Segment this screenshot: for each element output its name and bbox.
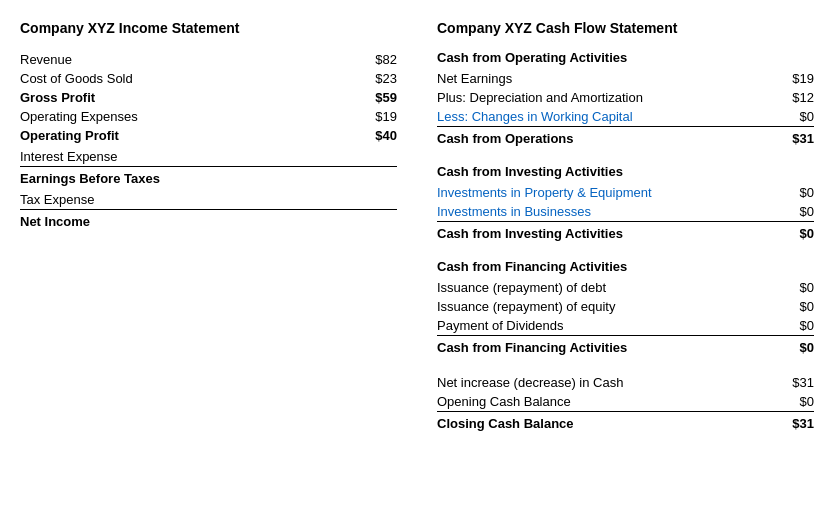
income-title: Company XYZ Income Statement — [20, 20, 397, 36]
summary-section: Net increase (decrease) in Cash $31 Open… — [437, 373, 814, 433]
financing-section: Cash from Financing Activities Issuance … — [437, 259, 814, 357]
row-label: Plus: Depreciation and Amortization — [437, 90, 643, 105]
table-row: Investments in Businesses $0 — [437, 202, 814, 222]
table-row: Gross Profit $59 — [20, 88, 397, 107]
table-row: Net Earnings $19 — [437, 69, 814, 88]
table-row: Tax Expense — [20, 190, 397, 210]
total-label: Closing Cash Balance — [437, 416, 574, 431]
table-row: Issuance (repayment) of equity $0 — [437, 297, 814, 316]
table-row: Operating Expenses $19 — [20, 107, 397, 126]
row-value: $12 — [774, 90, 814, 105]
row-value: $0 — [774, 109, 814, 124]
financing-title: Cash from Financing Activities — [437, 259, 814, 274]
cashflow-panel: Company XYZ Cash Flow Statement Cash fro… — [437, 20, 814, 433]
row-label: Net increase (decrease) in Cash — [437, 375, 623, 390]
table-row: Investments in Property & Equipment $0 — [437, 183, 814, 202]
row-label: Net Income — [20, 214, 90, 229]
table-row: Plus: Depreciation and Amortization $12 — [437, 88, 814, 107]
table-row: Opening Cash Balance $0 — [437, 392, 814, 412]
total-value: $0 — [774, 340, 814, 355]
table-row: Revenue $82 — [20, 50, 397, 69]
row-label: Payment of Dividends — [437, 318, 563, 333]
row-label: Cost of Goods Sold — [20, 71, 133, 86]
row-label: Tax Expense — [20, 192, 94, 207]
total-value: $31 — [774, 416, 814, 431]
row-value: $0 — [774, 204, 814, 219]
row-value: $31 — [774, 375, 814, 390]
main-container: Company XYZ Income Statement Revenue $82… — [20, 20, 814, 433]
row-value: $23 — [357, 71, 397, 86]
total-value: $0 — [774, 226, 814, 241]
cashflow-title: Company XYZ Cash Flow Statement — [437, 20, 814, 36]
row-label: Operating Expenses — [20, 109, 138, 124]
table-row: Interest Expense — [20, 147, 397, 167]
row-label: Revenue — [20, 52, 72, 67]
row-label: Operating Profit — [20, 128, 119, 143]
row-label: Net Earnings — [437, 71, 512, 86]
table-row: Issuance (repayment) of debt $0 — [437, 278, 814, 297]
row-label: Investments in Property & Equipment — [437, 185, 652, 200]
row-label: Opening Cash Balance — [437, 394, 571, 409]
row-value: $0 — [774, 318, 814, 333]
total-value: $31 — [774, 131, 814, 146]
row-value: $0 — [774, 280, 814, 295]
row-value: $0 — [774, 299, 814, 314]
table-row: Cost of Goods Sold $23 — [20, 69, 397, 88]
row-value: $19 — [357, 109, 397, 124]
operating-total-row: Cash from Operations $31 — [437, 129, 814, 148]
operating-section: Cash from Operating Activities Net Earni… — [437, 50, 814, 148]
table-row: Payment of Dividends $0 — [437, 316, 814, 336]
row-label: Investments in Businesses — [437, 204, 591, 219]
summary-total-row: Closing Cash Balance $31 — [437, 414, 814, 433]
row-value: $82 — [357, 52, 397, 67]
row-label: Issuance (repayment) of debt — [437, 280, 606, 295]
operating-title: Cash from Operating Activities — [437, 50, 814, 65]
investing-section: Cash from Investing Activities Investmen… — [437, 164, 814, 243]
row-label: Earnings Before Taxes — [20, 171, 160, 186]
total-label: Cash from Operations — [437, 131, 574, 146]
row-label: Gross Profit — [20, 90, 95, 105]
table-row: Less: Changes in Working Capital $0 — [437, 107, 814, 127]
row-value: $19 — [774, 71, 814, 86]
row-value: $0 — [774, 185, 814, 200]
income-statement-panel: Company XYZ Income Statement Revenue $82… — [20, 20, 397, 433]
row-label: Less: Changes in Working Capital — [437, 109, 633, 124]
financing-total-row: Cash from Financing Activities $0 — [437, 338, 814, 357]
row-value: $0 — [774, 394, 814, 409]
table-row: Earnings Before Taxes — [20, 169, 397, 188]
income-rows: Revenue $82 Cost of Goods Sold $23 Gross… — [20, 50, 397, 231]
total-label: Cash from Investing Activities — [437, 226, 623, 241]
investing-title: Cash from Investing Activities — [437, 164, 814, 179]
investing-total-row: Cash from Investing Activities $0 — [437, 224, 814, 243]
table-row: Operating Profit $40 — [20, 126, 397, 145]
table-row: Net increase (decrease) in Cash $31 — [437, 373, 814, 392]
total-label: Cash from Financing Activities — [437, 340, 627, 355]
row-label: Issuance (repayment) of equity — [437, 299, 615, 314]
row-value: $59 — [357, 90, 397, 105]
row-label: Interest Expense — [20, 149, 118, 164]
table-row: Net Income — [20, 212, 397, 231]
row-value: $40 — [357, 128, 397, 143]
